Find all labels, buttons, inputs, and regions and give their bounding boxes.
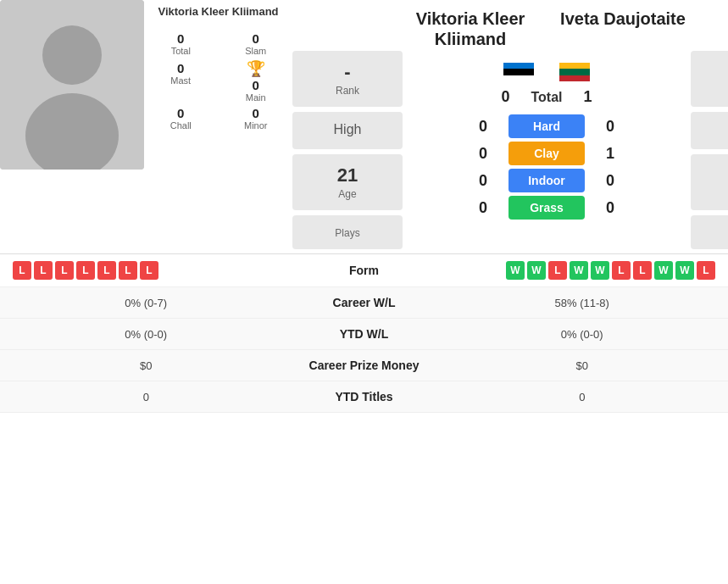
right-career-prize: $0 <box>449 359 716 372</box>
left-minor-value: 0 <box>220 106 293 120</box>
right-name-header: Iveta Daujotaite <box>555 4 691 49</box>
left-minor-label: Minor <box>220 120 293 131</box>
total-row: 0 Total 1 <box>411 88 682 106</box>
right-high-card: High <box>691 112 728 149</box>
svg-rect-8 <box>559 75 590 81</box>
right-card-area: - Rank High 22 Age Plays <box>691 0 728 249</box>
clay-button[interactable]: Clay <box>508 142 585 165</box>
left-slam-label: Slam <box>220 46 293 56</box>
grass-button[interactable]: Grass <box>508 196 585 220</box>
career-prize-row: $0 Career Prize Money $0 <box>0 350 728 381</box>
form-badge: L <box>697 261 715 280</box>
left-minor-cell: 0 Minor <box>220 104 293 132</box>
right-plays-label: Plays <box>697 227 728 239</box>
indoor-right-score: 0 <box>597 172 623 190</box>
left-chall-cell: 0 Chall <box>144 104 218 132</box>
left-chall-value: 0 <box>144 106 218 120</box>
form-badge: L <box>97 261 116 280</box>
bottom-section: LLLLLLL Form WWLWWLLWWL 0% (0-7) Career … <box>0 253 728 413</box>
left-rank-value: - <box>299 61 396 83</box>
left-main-value: 0 <box>253 78 259 92</box>
svg-rect-6 <box>559 63 590 69</box>
indoor-button[interactable]: Indoor <box>508 169 585 192</box>
left-age-card: 21 Age <box>292 154 403 210</box>
form-badge: L <box>140 261 158 280</box>
left-career-prize: $0 <box>13 359 280 372</box>
left-flag <box>503 63 534 84</box>
form-badge: L <box>34 261 53 280</box>
hard-button[interactable]: Hard <box>508 114 585 138</box>
right-age-label: Age <box>697 188 728 200</box>
flags-row <box>503 63 590 84</box>
form-badge: W <box>675 261 694 280</box>
form-badge: L <box>13 261 31 280</box>
total-left-score: 0 <box>492 88 518 106</box>
right-ytd-wl: 0% (0-0) <box>449 328 716 341</box>
career-prize-label: Career Prize Money <box>280 359 449 372</box>
names-row: Viktoria Kleer Kliimand Iveta Daujotaite <box>403 4 691 54</box>
left-plays-card: Plays <box>292 215 403 249</box>
form-badge: L <box>55 261 74 280</box>
form-badge: L <box>633 261 652 280</box>
right-rank-label: Rank <box>697 85 728 97</box>
form-badge: L <box>612 261 631 280</box>
ytd-wl-row: 0% (0-0) YTD W/L 0% (0-0) <box>0 319 728 350</box>
right-form: WWLWWLLWWL <box>449 261 716 280</box>
form-badge: W <box>506 261 525 280</box>
left-slam-value: 0 <box>220 31 293 46</box>
left-total-cell: 0 Total <box>144 30 218 58</box>
left-mast-label: Mast <box>144 75 218 86</box>
right-plays-card: Plays <box>691 215 728 249</box>
right-rank-card: - Rank <box>691 51 728 107</box>
svg-rect-3 <box>503 63 534 69</box>
total-right-score: 1 <box>575 88 601 106</box>
svg-rect-5 <box>503 75 534 81</box>
right-age-value: 22 <box>697 164 728 186</box>
grass-row: 0 Grass 0 <box>411 196 682 220</box>
left-career-wl: 0% (0-7) <box>13 297 280 309</box>
left-ytd-titles: 0 <box>13 391 280 403</box>
left-player-name: Viktoria Kleer Kliimand <box>158 5 278 18</box>
left-card-area: - Rank High 21 Age Plays <box>292 0 403 249</box>
left-stats-grid: 0 Total 0 Slam 0 Mast 🏆 0 Main 0 <box>144 30 292 132</box>
left-player-photo <box>0 0 144 170</box>
form-badge: W <box>654 261 673 280</box>
hard-row: 0 Hard 0 <box>411 114 682 138</box>
left-player-info: Viktoria Kleer Kliimand 0 Total 0 Slam 0… <box>144 0 292 132</box>
form-badge: W <box>591 261 609 280</box>
total-label: Total <box>531 90 562 105</box>
right-rank-value: - <box>697 61 728 83</box>
trophy-cell: 🏆 0 Main <box>220 59 293 103</box>
svg-rect-7 <box>559 69 590 75</box>
ytd-titles-row: 0 YTD Titles 0 <box>0 381 728 413</box>
career-wl-label: Career W/L <box>280 296 449 309</box>
top-section: Viktoria Kleer Kliimand 0 Total 0 Slam 0… <box>0 0 728 249</box>
main-container: Viktoria Kleer Kliimand 0 Total 0 Slam 0… <box>0 0 728 413</box>
left-rank-card: - Rank <box>292 51 403 107</box>
left-total-label: Total <box>144 46 218 56</box>
left-slam-cell: 0 Slam <box>220 30 293 58</box>
center-content: Viktoria Kleer Kliimand Iveta Daujotaite <box>403 0 691 220</box>
right-high-value: High <box>697 122 728 137</box>
trophy-icon: 🏆 <box>247 59 265 78</box>
form-badge: L <box>76 261 95 280</box>
form-badge: W <box>527 261 546 280</box>
scores-table: 0 Total 1 0 Hard 0 0 Clay 1 0 <box>403 88 691 220</box>
grass-left-score: 0 <box>470 199 496 217</box>
clay-row: 0 Clay 1 <box>411 142 682 165</box>
indoor-left-score: 0 <box>470 172 496 190</box>
left-plays-label: Plays <box>299 227 396 239</box>
left-name-header: Viktoria Kleer Kliimand <box>403 4 538 49</box>
grass-right-score: 0 <box>597 199 623 217</box>
left-age-label: Age <box>299 188 396 200</box>
left-ytd-wl: 0% (0-0) <box>13 328 280 341</box>
right-ytd-titles: 0 <box>449 391 716 403</box>
form-label: Form <box>280 264 449 277</box>
form-badge: L <box>119 261 137 280</box>
left-rank-label: Rank <box>299 85 396 97</box>
form-row: LLLLLLL Form WWLWWLLWWL <box>0 254 728 287</box>
form-badge: W <box>570 261 588 280</box>
left-form: LLLLLLL <box>13 261 280 280</box>
form-badge: L <box>548 261 567 280</box>
svg-rect-4 <box>503 69 534 75</box>
